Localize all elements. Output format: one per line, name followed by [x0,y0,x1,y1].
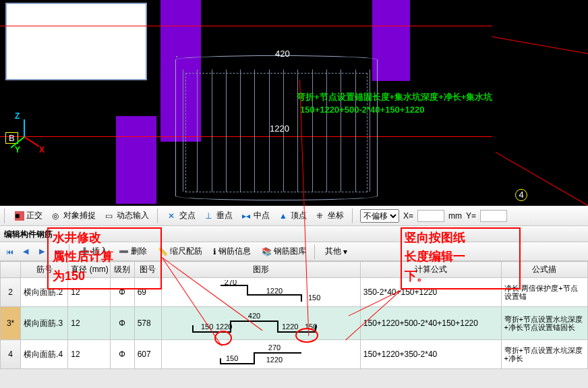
dim-420: 420 [275,49,290,59]
y-label: Y= [466,211,476,221]
col-dia[interactable]: 直径 (mm) [68,262,110,278]
nav-first-button[interactable]: ⏮ [3,245,16,258]
svg-text:1220: 1220 [266,287,283,295]
row-index[interactable]: 4 [1,340,21,369]
top-button[interactable]: ▲顶点 [276,209,310,223]
col-shape[interactable]: 图形 [161,262,360,278]
nav-next-button[interactable]: ▶ [35,245,49,258]
cell-dia[interactable]: 12 [68,340,110,369]
panel-title: 编辑构件钢筋 [0,226,588,242]
nav-last-button[interactable]: ⏭ [51,245,65,258]
cell-dia[interactable]: 12 [68,278,110,307]
scale-button[interactable]: 📏缩尺配筋 [154,244,206,258]
col-no[interactable]: 图号 [134,262,161,278]
col-name[interactable]: 筋号 [21,262,68,278]
perp-button[interactable]: ⊥垂点 [202,209,235,223]
row-index[interactable]: 3* [1,307,21,340]
rebar-info-button[interactable]: ℹ钢筋信息 [209,244,255,258]
svg-text:150: 150 [226,354,238,362]
offset-select[interactable]: 不偏移 [360,209,399,223]
rebar-grid[interactable]: 筋号 直径 (mm) 级别 图号 图形 计算公式 公式描 2 横向面筋.2 12… [0,261,588,369]
row-index[interactable]: 2 [1,278,21,307]
cell-desc[interactable]: 弯折+节点设置水坑深度+净长节点设置锚固长 [501,307,588,340]
viewport-3d[interactable]: 420 1220 弯折+节点设置锚固长度+集水坑深度+净长+集水坑 150+12… [0,0,588,206]
col-desc[interactable]: 公式描 [501,262,588,278]
axis-gizmo[interactable]: Z Y X [15,111,20,121]
cell-shape[interactable]: 150 270 1220 [161,340,360,369]
y-input[interactable] [480,210,507,222]
column-3 [372,0,410,81]
svg-text:420: 420 [248,312,260,320]
cell-lvl[interactable]: Φ [110,340,134,369]
svg-text:150: 150 [201,323,213,331]
osnap-button[interactable]: ◎对象捕捉 [49,209,98,223]
grid-line-h1 [0,26,492,26]
mid-button[interactable]: ▸◂中点 [239,209,272,223]
table-row-selected[interactable]: 3* 横向面筋.3 12 Φ 578 150 1220 420 1220 150… [1,307,588,340]
col-formula[interactable]: 计算公式 [360,262,501,278]
cell-no[interactable]: 69 [134,278,161,307]
grid-label-4: 4 [515,189,527,201]
svg-line-1 [24,137,39,146]
nav-prev-button[interactable]: ◀ [19,245,32,258]
cell-shape[interactable]: 150 1220 420 1220 150 [161,307,360,340]
table-row[interactable]: 4 横向面筋.4 12 Φ 607 150 270 1220 150+1220+… [1,340,588,369]
other-button[interactable]: 其他▾ [321,244,351,258]
header-row: 筋号 直径 (mm) 级别 图号 图形 计算公式 公式描 [1,262,588,278]
cell-name[interactable]: 横向面筋.3 [21,307,68,340]
cell-desc[interactable]: 净长-两倍保护度+节点设置锚 [501,278,588,307]
cell-desc[interactable]: 弯折+节点设置水坑深度+净长 [501,340,588,369]
cell-name[interactable]: 横向面筋.4 [21,340,68,369]
rebar-lib-button[interactable]: 📚钢筋图库 [258,244,310,258]
axis-x-label: X [39,145,45,155]
xpoint-button[interactable]: ✕交点 [165,209,198,223]
cell-no[interactable]: 607 [134,340,161,369]
cell-name[interactable]: 横向面筋.2 [21,278,68,307]
col-lvl[interactable]: 级别 [110,262,134,278]
mm-label-x: mm [448,211,462,221]
coord-button[interactable]: ⁜坐标 [314,209,347,223]
axis-y-label: Y [15,145,20,155]
x-input[interactable] [417,210,444,222]
grid-line-h2b [496,152,589,206]
svg-text:1220: 1220 [282,323,298,331]
floating-panel [5,3,147,80]
column-2 [116,116,156,204]
dyn-input-button[interactable]: ▭动态输入 [102,209,152,223]
insert-button[interactable]: ➕插入 [76,244,112,258]
svg-text:1220: 1220 [266,356,283,364]
table-row[interactable]: 2 横向面筋.2 12 Φ 69 270 1220 150 350-2*40+1… [1,278,588,307]
ortho-button[interactable]: ■正交 [12,209,45,223]
delete-button[interactable]: ➖删除 [115,244,151,258]
cell-formula[interactable]: 150+1220+350-2*40 [360,340,501,369]
svg-text:270: 270 [225,280,237,286]
dim-1220: 1220 [270,123,289,134]
grid-line-h1b [492,36,588,61]
cell-lvl[interactable]: Φ [110,307,134,340]
nav-toolbar: ⏮ ◀ ▶ ⏭ ➕插入 ➖删除 📏缩尺配筋 ℹ钢筋信息 📚钢筋图库 其他▾ [0,242,588,261]
svg-text:150: 150 [305,323,317,331]
snap-toolbar: ■正交 ◎对象捕捉 ▭动态输入 ✕交点 ⊥垂点 ▸◂中点 ▲顶点 ⁜坐标 不偏移… [0,206,588,226]
formula-desc: 弯折+节点设置锚固长度+集水坑深度+净长+集水坑 [297,91,492,103]
svg-text:270: 270 [268,343,281,352]
svg-text:1220: 1220 [216,323,232,331]
cell-dia[interactable]: 12 [68,307,110,340]
cell-formula[interactable]: 150+1220+500-2*40+150+1220 [360,307,501,340]
svg-text:150: 150 [308,294,320,302]
formula-calc: 150+1220+500-2*40+150+1220 [300,105,424,115]
x-label: X= [403,211,413,221]
cell-no[interactable]: 578 [134,307,161,340]
cell-lvl[interactable]: Φ [110,278,134,307]
cell-shape[interactable]: 270 1220 150 [161,278,360,307]
cell-formula[interactable]: 350-2*40+150+1220 [360,278,501,307]
